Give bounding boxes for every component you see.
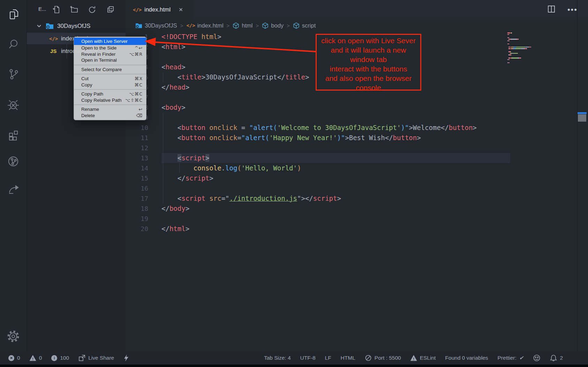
line-number: 15 bbox=[126, 173, 148, 183]
status-found-variables[interactable]: Found 0 variables bbox=[445, 355, 488, 361]
code-line-14[interactable]: 14 console.log('Hello, World') bbox=[126, 163, 588, 173]
code-line-19[interactable]: 19 bbox=[126, 214, 588, 224]
code-line-9[interactable]: 9 bbox=[126, 113, 588, 123]
tab-label: index.html bbox=[144, 6, 171, 13]
minimap-line bbox=[507, 47, 531, 48]
new-file-icon[interactable] bbox=[52, 5, 61, 14]
extensions-icon[interactable] bbox=[5, 127, 21, 143]
code-line-20[interactable]: 20</html> bbox=[126, 224, 588, 234]
annotation-text: console bbox=[317, 83, 420, 92]
minimap-line bbox=[507, 59, 510, 60]
line-number: 11 bbox=[126, 133, 148, 143]
vscode-window: E... 30DaysOfJS </> index.html JS bbox=[0, 0, 588, 367]
code-line-15[interactable]: 15 </script> bbox=[126, 173, 588, 183]
minimap-line bbox=[507, 40, 510, 41]
annotation-text: and it will launch a new bbox=[317, 45, 420, 55]
source-control-icon[interactable] bbox=[5, 66, 21, 82]
breadcrumb-item-30DaysOfJS[interactable]: 30DaysOfJS bbox=[135, 22, 177, 29]
publish-feedback-icon[interactable] bbox=[5, 181, 21, 197]
status-prettier[interactable]: Prettier:✔ bbox=[498, 355, 524, 361]
minimap-line bbox=[507, 62, 510, 63]
breadcrumb-item-script[interactable]: script bbox=[293, 22, 316, 29]
refresh-icon[interactable] bbox=[88, 5, 97, 14]
search-icon[interactable] bbox=[5, 36, 21, 52]
breadcrumb-separator: > bbox=[256, 23, 259, 29]
warning-triangle-icon: ! bbox=[30, 355, 36, 361]
bell-icon bbox=[550, 354, 557, 362]
chevron-down-icon bbox=[36, 23, 42, 29]
overview-ruler-marker bbox=[578, 112, 587, 114]
code-line-16[interactable]: 16 bbox=[126, 183, 588, 193]
minimap-line bbox=[507, 37, 509, 38]
symbol-icon bbox=[262, 22, 269, 29]
status-info-count[interactable]: i100 bbox=[51, 355, 69, 361]
menu-item-cut[interactable]: Cut⌘X bbox=[74, 76, 146, 82]
collapse-folders-icon[interactable] bbox=[106, 5, 115, 14]
code-line-11[interactable]: 11 <button onclick="alert('Happy New Yea… bbox=[126, 133, 588, 143]
new-folder-icon[interactable] bbox=[70, 5, 79, 14]
menu-item-copy[interactable]: Copy⌘C bbox=[74, 82, 146, 88]
code-line-17[interactable]: 17 <script src="./introduction.js"></scr… bbox=[126, 193, 588, 204]
code-line-12[interactable]: 12 bbox=[126, 143, 588, 153]
live-share-session-icon[interactable] bbox=[5, 153, 21, 169]
menu-item-open-with-live-server[interactable]: Open with Live Server bbox=[74, 38, 146, 45]
run-debug-icon[interactable] bbox=[5, 97, 21, 113]
line-number: 10 bbox=[126, 123, 148, 133]
status-tab-size[interactable]: Tab Size: 4 bbox=[264, 355, 291, 361]
menu-item-open-in-terminal[interactable]: Open in Terminal bbox=[74, 57, 146, 63]
explorer-header: E... bbox=[27, 4, 126, 15]
minimap-line bbox=[507, 34, 509, 35]
explorer-icon[interactable] bbox=[5, 6, 21, 22]
code-line-18[interactable]: 18</body> bbox=[126, 204, 588, 214]
annotation-text: interact with the buttons bbox=[317, 64, 420, 74]
minimap-line bbox=[507, 53, 518, 54]
status-eol[interactable]: LF bbox=[325, 355, 331, 361]
status-live-server-port[interactable]: Port : 5500 bbox=[365, 354, 401, 361]
code-line-10[interactable]: 10 <button onclick = "alert('Welcome to … bbox=[126, 123, 588, 133]
status-encoding[interactable]: UTF-8 bbox=[300, 355, 316, 361]
menu-item-copy-relative-path[interactable]: Copy Relative Path⌥⇧⌘C bbox=[74, 97, 146, 104]
minimap-line bbox=[507, 32, 512, 33]
line-number: 14 bbox=[126, 163, 148, 173]
status-feedback-smiley[interactable] bbox=[533, 354, 541, 362]
breadcrumb-item-body[interactable]: body bbox=[262, 22, 284, 29]
breadcrumb-separator: > bbox=[227, 23, 230, 29]
status-eslint[interactable]: !ESLint bbox=[410, 355, 436, 361]
status-bar: ✕0!0i100Live Share Tab Size: 4UTF-8LFHTM… bbox=[0, 351, 588, 365]
tab-index-html[interactable]: </> index.html ✕ bbox=[126, 0, 194, 19]
status-errors-count[interactable]: ✕0 bbox=[8, 355, 20, 361]
status-warnings-count[interactable]: !0 bbox=[30, 355, 42, 361]
settings-gear-icon[interactable] bbox=[5, 328, 21, 344]
status-live-share[interactable]: Live Share bbox=[78, 354, 114, 361]
breadcrumb-item-index.html[interactable]: </>index.html bbox=[186, 22, 223, 29]
menu-separator bbox=[74, 89, 146, 90]
scrollbar-thumb[interactable] bbox=[578, 114, 586, 122]
minimap-line bbox=[507, 48, 527, 49]
breadcrumb-item-html[interactable]: html bbox=[233, 22, 252, 29]
menu-item-rename[interactable]: Rename↩ bbox=[74, 106, 146, 113]
line-number: 12 bbox=[126, 143, 148, 153]
code-line-7[interactable]: 7 bbox=[126, 92, 588, 102]
minimap-line bbox=[507, 58, 521, 59]
more-actions-icon[interactable]: ••• bbox=[567, 5, 578, 14]
breadcrumb-separator: > bbox=[180, 23, 183, 29]
code-line-13[interactable]: 13 <script> bbox=[126, 153, 588, 163]
minimap[interactable] bbox=[507, 32, 540, 66]
menu-item-reveal-in-finder[interactable]: Reveal in Finder⌥⌘R bbox=[74, 51, 146, 58]
line-number: 19 bbox=[126, 214, 148, 224]
folder-icon bbox=[135, 23, 142, 29]
menu-item-delete[interactable]: Delete⌫ bbox=[74, 113, 146, 119]
tree-root-folder[interactable]: 30DaysOfJS bbox=[27, 20, 126, 32]
status-notifications[interactable]: 2 bbox=[550, 354, 563, 362]
status-live-server-bolt[interactable] bbox=[123, 354, 129, 362]
annotation-text: window tab bbox=[317, 55, 420, 64]
menu-item-copy-path[interactable]: Copy Path⌥⌘C bbox=[74, 91, 146, 97]
code-line-8[interactable]: 8<body> bbox=[126, 102, 588, 113]
minimap-line bbox=[507, 51, 511, 52]
annotation-text: and also open the browser bbox=[317, 74, 420, 83]
menu-item-open-to-the-side[interactable]: Open to the Side^↩ bbox=[74, 45, 146, 51]
split-editor-icon[interactable] bbox=[547, 5, 556, 15]
status-language-mode[interactable]: HTML bbox=[341, 355, 355, 361]
menu-item-select-for-compare[interactable]: Select for Compare bbox=[74, 67, 146, 73]
close-tab-icon[interactable]: ✕ bbox=[179, 7, 183, 13]
